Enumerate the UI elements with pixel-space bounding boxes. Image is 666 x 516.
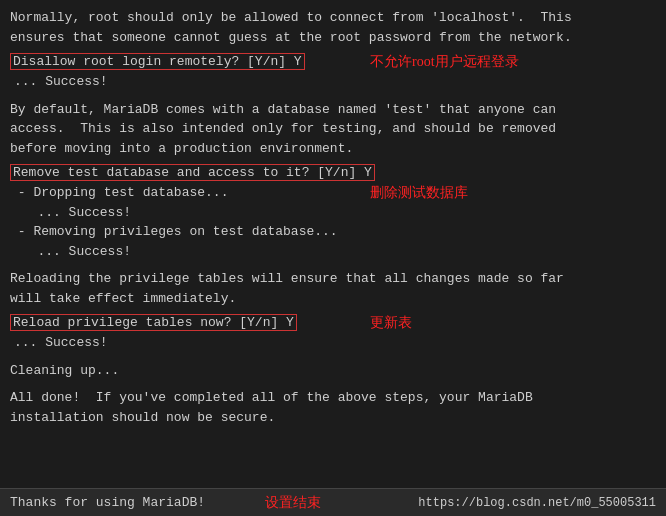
reload-success: ... Success! xyxy=(14,333,656,353)
alldone1: All done! If you've completed all of the… xyxy=(10,388,656,408)
disallow-success: ... Success! xyxy=(14,72,656,92)
remove-line1: - Dropping test database... xyxy=(10,183,656,203)
reload-prompt: Reload privilege tables now? [Y/n] Y xyxy=(10,314,297,331)
reload-annotation: 更新表 xyxy=(370,314,412,332)
remove-prompt: Remove test database and access to it? [… xyxy=(10,164,375,181)
cleaning-line: Cleaning up... xyxy=(10,361,656,381)
db-intro1: By default, MariaDB comes with a databas… xyxy=(10,100,656,120)
terminal: Normally, root should only be allowed to… xyxy=(0,0,666,516)
db-intro2: access. This is also intended only for t… xyxy=(10,119,656,139)
intro-line1: Normally, root should only be allowed to… xyxy=(10,8,656,28)
disallow-prompt: Disallow root login remotely? [Y/n] Y xyxy=(10,53,305,70)
url-text: https://blog.csdn.net/m0_55005311 xyxy=(418,496,656,510)
db-intro3: before moving into a production environm… xyxy=(10,139,656,159)
remove-line2: ... Success! xyxy=(14,203,656,223)
end-annotation: 设置结束 xyxy=(265,494,321,512)
intro-line2: ensures that someone cannot guess at the… xyxy=(10,28,656,48)
reload-intro1: Reloading the privilege tables will ensu… xyxy=(10,269,656,289)
remove-line3: - Removing privileges on test database..… xyxy=(10,222,656,242)
bottom-bar: Thanks for using MariaDB! 设置结束 https://b… xyxy=(0,488,666,516)
alldone2: installation should now be secure. xyxy=(10,408,656,428)
thanks-text: Thanks for using MariaDB! xyxy=(10,495,205,510)
disallow-annotation: 不允许root用户远程登录 xyxy=(370,53,519,71)
remove-line4: ... Success! xyxy=(14,242,656,262)
remove-annotation: 删除测试数据库 xyxy=(370,184,468,202)
reload-intro2: will take effect immediately. xyxy=(10,289,656,309)
